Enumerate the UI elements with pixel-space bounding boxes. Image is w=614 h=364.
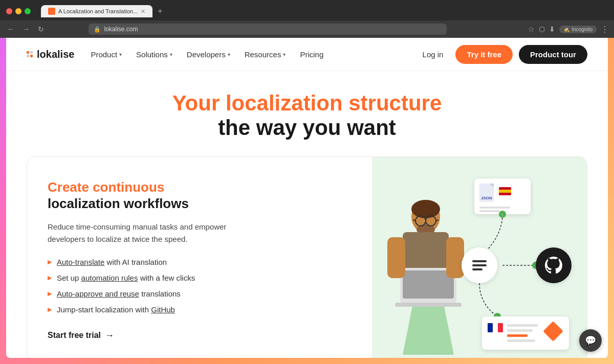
feature-text-3: Auto-approve and reuse translations [57, 289, 181, 298]
feature-list: ▶ Auto-translate with AI translation ▶ S… [48, 258, 352, 314]
nav-item-developers[interactable]: Developers ▾ [181, 46, 236, 63]
feature-arrow-icon-1: ▶ [48, 259, 52, 265]
close-traffic-light[interactable] [6, 8, 12, 14]
nav-item-pricing[interactable]: Pricing [294, 46, 330, 63]
profile-icon[interactable]: ⬡ [539, 25, 545, 33]
resources-chevron-icon: ▾ [283, 52, 286, 57]
svg-rect-9 [446, 237, 464, 278]
bookmark-icon[interactable]: ☆ [528, 25, 535, 33]
svg-rect-38 [507, 329, 533, 332]
svg-marker-17 [490, 184, 494, 188]
tab-close-button[interactable]: ✕ [141, 8, 145, 15]
chat-widget-button[interactable]: 💬 [579, 329, 602, 352]
incognito-label: Incognito [572, 27, 593, 32]
minimize-traffic-light[interactable] [15, 8, 21, 14]
nav-links: Product ▾ Solutions ▾ Developers ▾ Resou… [84, 46, 416, 63]
forward-button[interactable]: → [20, 24, 32, 34]
logo-dot-3 [27, 55, 29, 57]
svg-point-11 [426, 216, 436, 226]
svg-marker-0 [403, 227, 454, 355]
svg-rect-5 [400, 268, 456, 304]
svg-rect-39 [507, 334, 528, 337]
download-icon[interactable]: ⬇ [549, 25, 555, 33]
browser-tab[interactable]: A Localization and Translation... ✕ [41, 5, 152, 17]
address-bar[interactable]: 🔒 lokalise.com [89, 24, 447, 35]
feature-item-3: ▶ Auto-approve and reuse translations [48, 289, 352, 298]
nav-item-product-label: Product [91, 50, 117, 59]
svg-rect-21 [479, 207, 510, 209]
try-free-button[interactable]: Try it free [455, 45, 513, 64]
feature-text-4-prefix: Jump-start localization with [57, 305, 151, 314]
logo-link[interactable]: lokalise [27, 49, 74, 60]
nav-item-product[interactable]: Product ▾ [84, 46, 128, 63]
nav-item-pricing-label: Pricing [300, 50, 323, 59]
browser-menu-button[interactable]: ⋮ [601, 25, 609, 34]
svg-point-2 [411, 200, 440, 218]
svg-line-13 [413, 220, 415, 221]
svg-rect-34 [488, 323, 493, 332]
content-card: Create continuous localization workflows… [27, 156, 587, 358]
main-navbar: lokalise Product ▾ Solutions ▾ Developer… [6, 38, 608, 71]
developers-chevron-icon: ▾ [228, 52, 230, 57]
svg-text:↓: ↓ [496, 314, 498, 320]
feature-text-2-rest: with a few clicks [140, 274, 195, 282]
browser-toolbar: ← → ↻ 🔒 lokalise.com ☆ ⬡ ⬇ 🕵 Incognito ⋮ [0, 20, 614, 38]
svg-rect-41 [543, 321, 563, 342]
svg-point-3 [416, 224, 435, 235]
url-text: lokalise.com [104, 26, 138, 33]
browser-chrome: A Localization and Translation... ✕ + ← … [0, 0, 614, 38]
browser-titlebar: A Localization and Translation... ✕ + [0, 0, 614, 20]
traffic-lights [6, 8, 31, 14]
tab-favicon [48, 8, 55, 15]
svg-rect-33 [482, 316, 569, 350]
svg-rect-40 [507, 339, 535, 342]
feature-link-auto-approve[interactable]: Auto-approve and reuse [57, 289, 139, 298]
svg-point-28 [462, 247, 497, 283]
reload-button[interactable]: ↻ [36, 24, 46, 34]
svg-rect-19 [499, 187, 511, 195]
svg-rect-16 [479, 184, 494, 202]
product-chevron-icon: ▾ [119, 52, 122, 57]
feature-text-2: Set up automation rules with a few click… [57, 274, 195, 282]
product-tour-button[interactable]: Product tour [519, 45, 587, 64]
svg-point-25 [494, 313, 501, 320]
card-heading-orange: Create continuous [48, 179, 352, 195]
feature-text-1: Auto-translate with AI translation [57, 258, 167, 266]
svg-text:JSON: JSON [481, 196, 492, 200]
lock-icon: 🔒 [94, 26, 101, 33]
feature-text-3-rest: translations [141, 289, 181, 298]
feature-link-github[interactable]: GitHub [151, 305, 175, 314]
maximize-traffic-light[interactable] [25, 8, 31, 14]
svg-rect-37 [507, 324, 538, 327]
svg-rect-8 [387, 237, 405, 278]
toolbar-right: ☆ ⬡ ⬇ 🕵 Incognito ⋮ [528, 25, 609, 34]
content-card-container: Create continuous localization workflows… [6, 156, 608, 358]
card-right-illustration: JSON ↑ [372, 157, 587, 358]
flow-illustration-svg: JSON ↑ [372, 157, 587, 358]
feature-item-1: ▶ Auto-translate with AI translation [48, 258, 352, 266]
incognito-icon: 🕵 [563, 27, 569, 32]
svg-rect-29 [472, 260, 487, 262]
feature-item-2: ▶ Set up automation rules with a few cli… [48, 274, 352, 282]
svg-rect-22 [479, 210, 500, 212]
new-tab-button[interactable]: + [155, 7, 165, 16]
hero-section: Your localization structure the way you … [6, 71, 608, 156]
nav-item-resources[interactable]: Resources ▾ [238, 46, 292, 63]
svg-rect-4 [403, 232, 449, 283]
logo-icon [27, 51, 33, 57]
nav-right: Log in Try it free Product tour [416, 45, 587, 64]
login-button[interactable]: Log in [416, 46, 450, 63]
card-description: Reduce time-consuming manual tasks and e… [48, 221, 242, 245]
svg-line-14 [436, 220, 438, 221]
svg-rect-31 [472, 268, 483, 270]
feature-link-automation-rules[interactable]: automation rules [81, 274, 138, 282]
start-free-trial-link[interactable]: Start free trial → [48, 330, 352, 341]
nav-item-solutions[interactable]: Solutions ▾ [130, 46, 179, 63]
hero-title-line1: Your localization structure [16, 92, 598, 115]
back-button[interactable]: ← [5, 24, 16, 34]
solutions-chevron-icon: ▾ [170, 52, 172, 57]
hero-title-line2: the way you want [16, 115, 598, 141]
feature-link-auto-translate[interactable]: Auto-translate [57, 258, 104, 266]
chat-icon: 💬 [585, 335, 596, 346]
svg-point-10 [415, 216, 426, 226]
